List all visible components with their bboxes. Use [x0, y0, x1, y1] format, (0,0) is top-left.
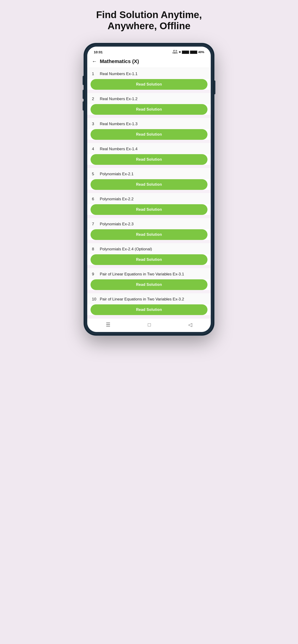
top-bar: ← Mathematics (X)	[87, 56, 211, 68]
read-solution-button[interactable]: Read Solution	[91, 129, 207, 140]
list-item: 4Real Numbers Ex-1.4Read Solution	[87, 143, 211, 165]
read-solution-button[interactable]: Read Solution	[91, 254, 207, 265]
item-label: Real Numbers Ex-1.2	[100, 97, 138, 101]
phone-shell: 10:01 27.0 KB/S ⊛ ▇▇▇ ▇▇▇ 40% ← Mathemat…	[84, 43, 214, 336]
item-label: Pair of Linear Equations in Two Variable…	[100, 272, 184, 276]
list-item-header: 3Real Numbers Ex-1.3	[87, 118, 211, 129]
item-label: Polynomials Ex-2.2	[100, 197, 134, 202]
title-line-2: Anywhere, Offline	[107, 20, 190, 31]
title-line-1: Find Solution Anytime,	[96, 9, 202, 20]
list-item-header: 10Pair of Linear Equations in Two Variab…	[87, 293, 211, 304]
menu-icon[interactable]: ☰	[106, 322, 111, 328]
list-item-header: 6Polynomials Ex-2.2	[87, 193, 211, 204]
home-icon[interactable]: □	[148, 322, 151, 328]
list-item-header: 2Real Numbers Ex-1.2	[87, 93, 211, 104]
read-solution-button[interactable]: Read Solution	[91, 179, 207, 190]
signal-icon-1: ▇▇▇	[182, 50, 189, 54]
read-solution-button[interactable]: Read Solution	[91, 229, 207, 240]
read-solution-button[interactable]: Read Solution	[91, 104, 207, 115]
item-label: Real Numbers Ex-1.3	[100, 122, 138, 126]
list-item: 3Real Numbers Ex-1.3Read Solution	[87, 118, 211, 140]
item-number: 9	[92, 272, 97, 276]
read-solution-button[interactable]: Read Solution	[91, 79, 207, 90]
list-item: 9Pair of Linear Equations in Two Variabl…	[87, 268, 211, 290]
item-number: 1	[92, 72, 97, 76]
phone-screen: 10:01 27.0 KB/S ⊛ ▇▇▇ ▇▇▇ 40% ← Mathemat…	[87, 46, 211, 332]
screen-title: Mathematics (X)	[100, 58, 139, 64]
list-item-header: 7Polynomials Ex-2.3	[87, 218, 211, 229]
item-label: Pair of Linear Equations in Two Variable…	[100, 297, 184, 302]
read-solution-button[interactable]: Read Solution	[91, 279, 207, 290]
back-nav-icon[interactable]: ◁	[188, 322, 192, 328]
item-label: Real Numbers Ex-1.4	[100, 147, 138, 152]
item-number: 2	[92, 97, 97, 101]
item-number: 10	[92, 297, 97, 302]
item-number: 5	[92, 172, 97, 176]
back-button[interactable]: ←	[92, 58, 97, 64]
read-solution-button[interactable]: Read Solution	[91, 304, 207, 315]
status-time: 10:01	[94, 50, 103, 54]
signal-icon-2: ▇▇▇	[190, 50, 197, 54]
item-number: 4	[92, 147, 97, 152]
list-item-header: 9Pair of Linear Equations in Two Variabl…	[87, 268, 211, 279]
list-item: 6Polynomials Ex-2.2Read Solution	[87, 193, 211, 215]
list-item: 10Pair of Linear Equations in Two Variab…	[87, 293, 211, 315]
read-solution-button[interactable]: Read Solution	[91, 154, 207, 165]
list-item-header: 8Polynomials Ex-2.4 (Optional)	[87, 243, 211, 254]
item-number: 3	[92, 122, 97, 126]
list-item: 1Real Numbers Ex-1.1Read Solution	[87, 68, 211, 90]
list-container: 1Real Numbers Ex-1.1Read Solution2Real N…	[87, 68, 211, 318]
bottom-nav: ☰ □ ◁	[87, 318, 211, 332]
list-item: 7Polynomials Ex-2.3Read Solution	[87, 218, 211, 240]
item-label: Polynomials Ex-2.4 (Optional)	[100, 247, 152, 252]
list-item-header: 1Real Numbers Ex-1.1	[87, 68, 211, 79]
status-icons: 27.0 KB/S ⊛ ▇▇▇ ▇▇▇ 40%	[172, 50, 204, 54]
list-item-header: 5Polynomials Ex-2.1	[87, 168, 211, 179]
list-item: 8Polynomials Ex-2.4 (Optional)Read Solut…	[87, 243, 211, 265]
status-kb: 27.0 KB/S	[172, 50, 178, 54]
item-number: 7	[92, 222, 97, 226]
wifi-icon: ⊛	[179, 50, 181, 54]
item-number: 6	[92, 197, 97, 202]
read-solution-button[interactable]: Read Solution	[91, 204, 207, 215]
status-bar: 10:01 27.0 KB/S ⊛ ▇▇▇ ▇▇▇ 40%	[87, 46, 211, 56]
item-label: Real Numbers Ex-1.1	[100, 72, 138, 76]
item-label: Polynomials Ex-2.1	[100, 172, 134, 176]
item-label: Polynomials Ex-2.3	[100, 222, 134, 226]
battery-indicator: 40%	[198, 50, 204, 54]
item-number: 8	[92, 247, 97, 252]
list-item: 2Real Numbers Ex-1.2Read Solution	[87, 93, 211, 115]
list-item-header: 4Real Numbers Ex-1.4	[87, 143, 211, 154]
list-item: 5Polynomials Ex-2.1Read Solution	[87, 168, 211, 190]
page-title: Find Solution Anytime, Anywhere, Offline	[96, 9, 202, 32]
